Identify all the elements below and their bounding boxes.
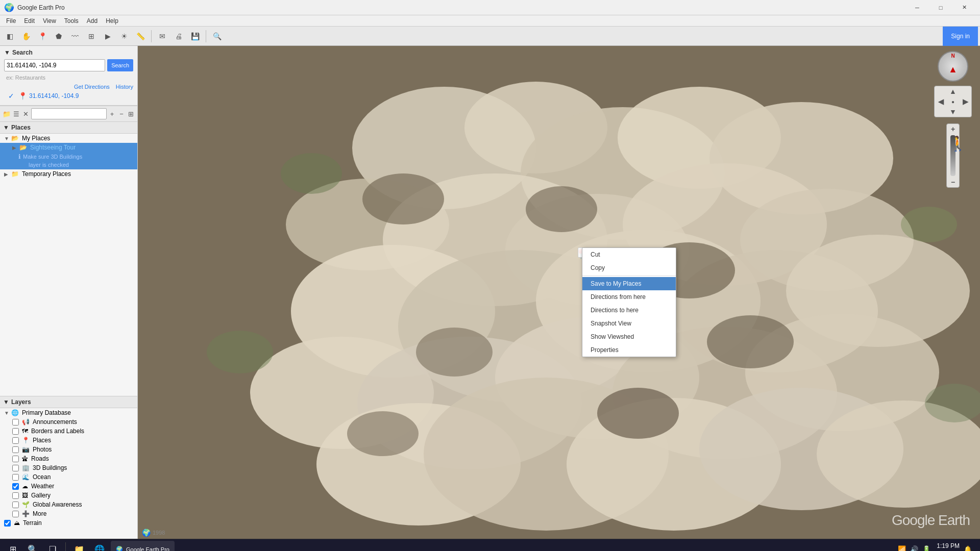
layer-ga-icon: 🌱	[22, 501, 30, 508]
ctx-show-viewshed[interactable]: Show Viewshed	[582, 330, 676, 343]
svg-point-2	[464, 82, 607, 173]
layer-announcements-check[interactable]	[12, 419, 19, 425]
ctx-directions-to[interactable]: Directions to here	[582, 304, 676, 317]
ctx-snapshot-view[interactable]: Snapshot View	[582, 317, 676, 330]
placemark-button[interactable]: 📍	[35, 29, 50, 44]
layer-terrain-check[interactable]	[4, 520, 11, 527]
close-places-button[interactable]: ✕	[22, 108, 31, 120]
hand-tool-button[interactable]: ✋	[18, 29, 34, 44]
search-taskbar-button[interactable]: 🔍	[23, 541, 42, 552]
tray-notifications[interactable]: 🔔	[964, 545, 972, 551]
sign-in-button[interactable]: Sign in	[943, 27, 978, 46]
layer-roads[interactable]: 🛣 Roads	[0, 454, 137, 463]
layer-global-awareness[interactable]: 🌱 Global Awareness	[0, 500, 137, 509]
path-button[interactable]: 〰	[67, 29, 83, 44]
sun-button[interactable]: ☀	[116, 29, 132, 44]
pan-center-button[interactable]: ●	[947, 96, 959, 107]
search-input[interactable]	[4, 59, 105, 71]
pan-left-button[interactable]: ◀	[935, 96, 947, 107]
overlay-button[interactable]: ⊞	[84, 29, 99, 44]
get-directions-link[interactable]: Get Directions	[74, 84, 110, 90]
pan-down-button[interactable]: ▼	[947, 107, 959, 117]
sidebar-toggle-button[interactable]: ◧	[2, 29, 17, 44]
menu-add[interactable]: Add	[83, 16, 102, 26]
google-earth-taskbar-item[interactable]: 🌍 Google Earth Pro	[111, 541, 175, 552]
nav-controls: N ▲ ▲ ◀ ● ▶ ▼ + −	[934, 51, 972, 188]
menu-view[interactable]: View	[39, 16, 60, 26]
compass[interactable]: N ▲	[938, 51, 968, 82]
close-button[interactable]: ✕	[952, 0, 976, 15]
menu-help[interactable]: Help	[102, 16, 122, 26]
tree-3d-buildings-note[interactable]: ℹ Make sure 3D Buildings layer is checke…	[0, 152, 137, 169]
layer-places-check[interactable]	[12, 437, 19, 444]
layer-places[interactable]: 📍 Places	[0, 436, 137, 445]
new-folder-button[interactable]: 📁	[2, 108, 11, 120]
ruler-button[interactable]: 📏	[133, 29, 148, 44]
save-image-button[interactable]: 💾	[187, 29, 203, 44]
tree-sightseeing-tour[interactable]: ▶ 📂 Sightseeing Tour	[0, 143, 137, 152]
layer-ocean-check[interactable]	[12, 474, 19, 481]
layer-3db-check[interactable]	[12, 465, 19, 471]
zoom-in-button[interactable]: +	[947, 124, 959, 134]
layer-more[interactable]: ➕ More	[0, 509, 137, 518]
maximize-button[interactable]: □	[929, 0, 952, 15]
ctx-properties[interactable]: Properties	[582, 343, 676, 357]
ctx-save-to-my-places[interactable]: Save to My Places	[582, 277, 676, 290]
task-view-button[interactable]: ❏	[44, 541, 61, 552]
tree-primary-db[interactable]: ▼ 🌐 Primary Database	[0, 408, 137, 417]
minimize-button[interactable]: ─	[905, 0, 929, 15]
tour-button[interactable]: ▶	[100, 29, 115, 44]
layer-photos[interactable]: 📷 Photos	[0, 445, 137, 454]
layer-weather[interactable]: ☁ Weather	[0, 482, 137, 491]
email-button[interactable]: ✉	[155, 29, 170, 44]
street-view-person[interactable]: 🚶	[949, 135, 967, 152]
menu-edit[interactable]: Edit	[20, 16, 39, 26]
print-button[interactable]: 🖨	[171, 29, 186, 44]
search-chevron[interactable]: ▼	[4, 49, 10, 56]
layer-more-check[interactable]	[12, 511, 19, 517]
geocoder-button[interactable]: 🔍	[209, 29, 225, 44]
layer-gallery[interactable]: 🖼 Gallery	[0, 491, 137, 500]
taskbar: ⊞ 🔍 ❏ 📁 🌐 🌍 Google Earth Pro 📶 🔊 🔋 1:19 …	[0, 539, 980, 551]
tray-network[interactable]: 📶	[898, 545, 906, 551]
places-remove-button[interactable]: −	[117, 108, 126, 120]
file-explorer-taskbar-button[interactable]: 📁	[70, 541, 88, 552]
tree-my-places[interactable]: ▼ 📂 My Places	[0, 134, 137, 143]
map-area[interactable]: 📍 31.614140, -104.9 Cut Copy Save to My …	[138, 46, 980, 539]
layer-borders[interactable]: 🗺 Borders and Labels	[0, 427, 137, 436]
layer-borders-check[interactable]	[12, 428, 19, 435]
history-link[interactable]: History	[116, 84, 133, 90]
layer-roads-check[interactable]	[12, 456, 19, 462]
tray-battery[interactable]: 🔋	[922, 545, 930, 551]
layer-photos-check[interactable]	[12, 446, 19, 453]
layer-gallery-check[interactable]	[12, 492, 19, 499]
layer-ga-check[interactable]	[12, 502, 19, 508]
layers-arrow[interactable]: ▼	[3, 398, 9, 406]
polygon-button[interactable]: ⬟	[51, 29, 66, 44]
svg-point-1	[352, 87, 536, 209]
search-button[interactable]: Search	[107, 59, 133, 71]
pan-up-button[interactable]: ▲	[947, 86, 959, 96]
places-search-input[interactable]	[31, 108, 107, 119]
list-view-button[interactable]: ☰	[12, 108, 21, 120]
tree-temporary-places[interactable]: ▶ 📁 Temporary Places	[0, 169, 137, 179]
ctx-directions-from[interactable]: Directions from here	[582, 290, 676, 304]
tray-volume[interactable]: 🔊	[910, 545, 918, 551]
start-button[interactable]: ⊞	[4, 541, 21, 552]
pan-right-button[interactable]: ▶	[959, 96, 971, 107]
search-result[interactable]: ✓ 📍 31.614140, -104.9	[4, 90, 133, 102]
layer-ocean[interactable]: 🌊 Ocean	[0, 472, 137, 482]
menu-tools[interactable]: Tools	[60, 16, 83, 26]
layer-announcements[interactable]: 📢 Announcements	[0, 417, 137, 427]
places-add-button[interactable]: +	[108, 108, 116, 120]
zoom-out-button[interactable]: −	[947, 177, 959, 187]
layer-terrain[interactable]: ⛰ Terrain	[0, 518, 137, 528]
layer-weather-check[interactable]	[12, 483, 19, 490]
places-more-button[interactable]: ⊞	[127, 108, 135, 120]
layer-3dbuildings[interactable]: 🏢 3D Buildings	[0, 463, 137, 472]
browser-taskbar-button[interactable]: 🌐	[90, 541, 109, 552]
ctx-cut[interactable]: Cut	[582, 248, 676, 261]
places-arrow[interactable]: ▼	[3, 124, 9, 131]
menu-file[interactable]: File	[2, 16, 20, 26]
ctx-copy[interactable]: Copy	[582, 261, 676, 274]
